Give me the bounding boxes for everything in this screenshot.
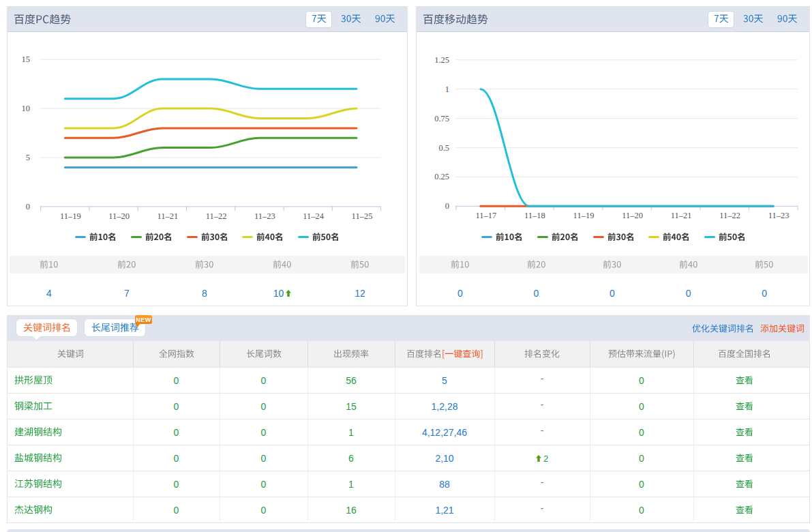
- svg-text:0.5: 0.5: [438, 143, 449, 153]
- svg-text:11–22: 11–22: [206, 211, 227, 221]
- svg-text:11–19: 11–19: [60, 211, 81, 221]
- svg-text:11–23: 11–23: [254, 211, 275, 221]
- svg-text:11–21: 11–21: [157, 211, 179, 221]
- svg-text:11–20: 11–20: [622, 211, 643, 220]
- svg-text:0.75: 0.75: [434, 114, 449, 123]
- svg-text:0: 0: [26, 202, 30, 211]
- svg-text:10: 10: [22, 104, 31, 113]
- svg-text:11–19: 11–19: [573, 211, 595, 220]
- svg-text:5: 5: [26, 153, 30, 162]
- svg-text:11–25: 11–25: [352, 211, 373, 221]
- svg-text:11–21: 11–21: [671, 211, 692, 220]
- svg-text:1: 1: [445, 85, 449, 94]
- svg-text:0: 0: [445, 201, 449, 211]
- svg-text:1.25: 1.25: [434, 55, 449, 65]
- svg-text:11–18: 11–18: [524, 211, 545, 220]
- svg-text:11–17: 11–17: [476, 211, 497, 220]
- svg-text:0.25: 0.25: [434, 172, 449, 181]
- svg-text:11–22: 11–22: [719, 211, 740, 220]
- svg-text:15: 15: [22, 55, 31, 64]
- svg-text:11–23: 11–23: [768, 211, 790, 220]
- svg-text:11–24: 11–24: [303, 211, 325, 221]
- svg-text:11–20: 11–20: [108, 211, 130, 221]
